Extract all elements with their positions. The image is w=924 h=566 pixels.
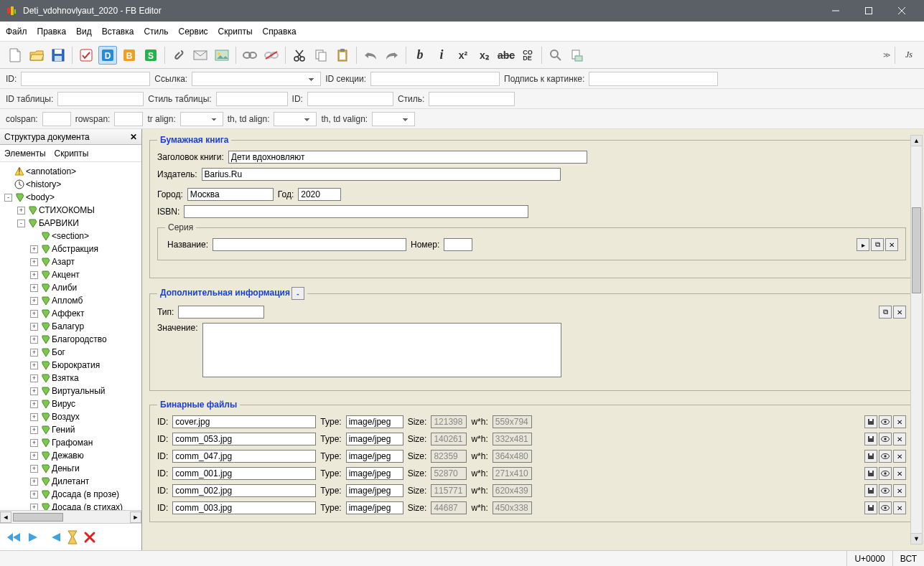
- find-icon[interactable]: [546, 46, 565, 65]
- tree-item[interactable]: -<body>: [0, 191, 141, 204]
- bin-save-button[interactable]: [864, 450, 877, 463]
- bin-type-input[interactable]: [346, 467, 403, 480]
- nav-first-icon[interactable]: [6, 532, 22, 543]
- tree-item[interactable]: <section>: [0, 230, 141, 242]
- tree-expander-icon[interactable]: +: [30, 478, 38, 486]
- bin-view-button[interactable]: [879, 484, 892, 497]
- id2-input[interactable]: [307, 92, 393, 106]
- panel-tab-scripts[interactable]: Скрипты: [55, 148, 89, 159]
- bin-id-input[interactable]: [172, 501, 316, 514]
- colspan-input[interactable]: [42, 112, 71, 126]
- subscript-icon[interactable]: x₂: [475, 46, 494, 65]
- tree-item[interactable]: -БАРВИКИ: [0, 217, 141, 230]
- menu-insert[interactable]: Вставка: [102, 27, 134, 37]
- content-vscrollbar[interactable]: ▲▼: [910, 135, 923, 544]
- series-remove-button[interactable]: ✕: [885, 238, 898, 251]
- panel-close-icon[interactable]: ✕: [130, 132, 137, 142]
- tree-expander-icon[interactable]: +: [30, 439, 38, 447]
- tree-item[interactable]: +Дежавю: [0, 449, 141, 462]
- extra-value-textarea[interactable]: [202, 323, 561, 377]
- thtd-align-select[interactable]: [274, 112, 317, 126]
- series-name-input[interactable]: [213, 238, 406, 251]
- tree-item[interactable]: +Дилетант: [0, 475, 141, 488]
- city-input[interactable]: [187, 188, 274, 201]
- tree-item[interactable]: +Алиби: [0, 281, 141, 294]
- tree-expander-icon[interactable]: +: [17, 207, 25, 214]
- tree-item[interactable]: +Азарт: [0, 255, 141, 268]
- tree-item[interactable]: +Бог: [0, 346, 141, 359]
- validate-icon[interactable]: [77, 46, 95, 65]
- bin-save-button[interactable]: [864, 484, 877, 497]
- tree-expander-icon[interactable]: -: [17, 220, 25, 227]
- menu-help[interactable]: Справка: [263, 27, 297, 37]
- extra-type-input[interactable]: [178, 306, 264, 319]
- tree-expander-icon[interactable]: +: [30, 413, 38, 421]
- source-mode-icon[interactable]: S: [141, 46, 160, 65]
- tree-item[interactable]: +СТИХОКОМЫ: [0, 204, 141, 217]
- tree-item[interactable]: +Апломб: [0, 294, 141, 307]
- bin-view-button[interactable]: [879, 467, 892, 480]
- img-title-input[interactable]: [589, 72, 718, 86]
- toolbar-overflow-icon[interactable]: ≫: [883, 51, 890, 59]
- code-icon[interactable]: CODE: [518, 46, 537, 65]
- tree-expander-icon[interactable]: +: [30, 387, 38, 395]
- bin-save-button[interactable]: [864, 467, 877, 480]
- bin-type-input[interactable]: [346, 415, 403, 428]
- mail-icon[interactable]: [191, 46, 210, 65]
- bin-save-button[interactable]: [864, 501, 877, 514]
- tree-expander-icon[interactable]: +: [30, 491, 38, 499]
- tree-item[interactable]: <history>: [0, 178, 141, 191]
- tree-item[interactable]: +Аффект: [0, 307, 141, 320]
- redo-icon[interactable]: [383, 46, 401, 65]
- tree-expander-icon[interactable]: +: [30, 362, 38, 369]
- tree-expander-icon[interactable]: +: [30, 504, 38, 511]
- tree-item[interactable]: +Абстракция: [0, 242, 141, 255]
- id-input[interactable]: [21, 72, 150, 86]
- nav-next-icon[interactable]: [27, 532, 42, 543]
- extra-info-collapse-button[interactable]: -: [291, 287, 304, 300]
- menu-view[interactable]: Вид: [76, 27, 92, 37]
- isbn-input[interactable]: [184, 205, 528, 218]
- bin-remove-button[interactable]: ✕: [893, 467, 906, 480]
- delete-icon[interactable]: [83, 531, 96, 544]
- book-title-input[interactable]: [228, 151, 587, 164]
- tree-item[interactable]: +Деньги: [0, 462, 141, 475]
- tree-expander-icon[interactable]: +: [30, 349, 38, 357]
- bin-view-button[interactable]: [879, 450, 892, 463]
- tree-item[interactable]: +Благородство: [0, 333, 141, 346]
- hourglass-icon[interactable]: [67, 530, 78, 544]
- paste-icon[interactable]: [333, 46, 352, 65]
- bin-view-button[interactable]: [879, 415, 892, 428]
- bin-id-input[interactable]: [172, 415, 316, 428]
- window-close-button[interactable]: [885, 0, 918, 22]
- tree-expander-icon[interactable]: +: [30, 297, 38, 305]
- description-mode-icon[interactable]: D: [98, 46, 117, 65]
- tr-align-select[interactable]: [180, 112, 223, 126]
- bold-icon[interactable]: b: [411, 46, 429, 65]
- bin-remove-button[interactable]: ✕: [893, 501, 906, 514]
- body-mode-icon[interactable]: B: [120, 46, 139, 65]
- tree-expander-icon[interactable]: -: [4, 194, 12, 202]
- menu-service[interactable]: Сервис: [179, 27, 208, 37]
- tree-expander-icon[interactable]: +: [30, 336, 38, 344]
- attach-icon[interactable]: [169, 46, 188, 65]
- window-maximize-button[interactable]: [852, 0, 885, 22]
- image-icon[interactable]: [213, 46, 231, 65]
- bin-type-input[interactable]: [346, 450, 403, 463]
- unlink-icon[interactable]: [262, 46, 281, 65]
- section-id-input[interactable]: [370, 72, 500, 86]
- bin-id-input[interactable]: [172, 484, 316, 497]
- copy-icon[interactable]: [312, 46, 330, 65]
- bin-remove-button[interactable]: ✕: [893, 415, 906, 428]
- tree-item[interactable]: +Графоман: [0, 436, 141, 449]
- table-id-input[interactable]: [57, 92, 144, 106]
- bin-id-input[interactable]: [172, 450, 316, 463]
- series-number-input[interactable]: [444, 238, 472, 251]
- panel-tab-elements[interactable]: Элементы: [4, 148, 46, 159]
- menu-edit[interactable]: Правка: [37, 27, 67, 37]
- tree-item[interactable]: +Балагур: [0, 320, 141, 333]
- menu-scripts[interactable]: Скрипты: [218, 27, 253, 37]
- series-expand-button[interactable]: ▸: [857, 238, 869, 251]
- bin-type-input[interactable]: [346, 484, 403, 497]
- extra-remove-button[interactable]: ✕: [893, 306, 906, 319]
